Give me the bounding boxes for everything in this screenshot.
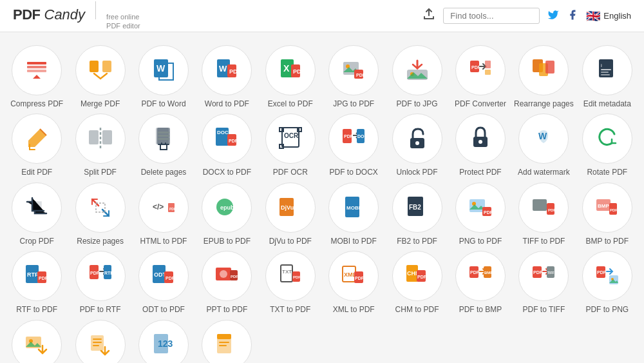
svg-point-96 bbox=[220, 270, 227, 278]
tool-rtf-to-pdf[interactable]: RTFPDFRTF to PDF bbox=[6, 251, 67, 314]
search-input[interactable] bbox=[443, 8, 540, 24]
language-label: English bbox=[603, 11, 631, 21]
tool-pdf-to-png[interactable]: PDFPDF to PNG bbox=[577, 251, 638, 314]
tool-icon-bmp-to-pdf: BMPPDF bbox=[582, 182, 632, 233]
tool-page-numbers[interactable]: 123Page numbers bbox=[133, 320, 194, 363]
tool-label-compress-pdf: Compress PDF bbox=[10, 99, 63, 108]
tool-jpg-to-pdf[interactable]: PDFJPG to PDF bbox=[323, 45, 384, 108]
tool-label-word-to-pdf: Word to PDF bbox=[205, 99, 249, 108]
svg-text:PDF: PDF bbox=[533, 270, 543, 275]
tool-edit-pdf[interactable]: Edit PDF bbox=[6, 113, 67, 177]
tool-pdf-to-bmp[interactable]: PDFBMPPDF to BMP bbox=[450, 251, 511, 314]
tools-grid: Compress PDFMerge PDFWPDF to WordWPDFWor… bbox=[6, 45, 638, 363]
tool-xml-to-pdf[interactable]: XMLPDFXML to PDF bbox=[323, 251, 384, 314]
svg-rect-27 bbox=[545, 61, 554, 74]
svg-rect-126 bbox=[93, 338, 102, 340]
tool-icon-rotate-pdf bbox=[582, 113, 632, 164]
tool-label-bmp-to-pdf: BMP to PDF bbox=[586, 237, 629, 246]
svg-text:BMP: BMP bbox=[484, 271, 493, 275]
tool-mobi-to-pdf[interactable]: MOBIMOBI to PDF bbox=[323, 182, 384, 246]
tool-label-docx-to-pdf: DOCX to PDF bbox=[203, 168, 251, 177]
tool-djvu-to-pdf[interactable]: DjVuDjVu to PDF bbox=[260, 182, 321, 246]
svg-rect-127 bbox=[93, 342, 102, 343]
tool-icon-delete-pages bbox=[138, 113, 189, 164]
svg-text:FB2: FB2 bbox=[409, 204, 421, 211]
tool-png-to-pdf[interactable]: PDFPNG to PDF bbox=[450, 182, 511, 246]
svg-text:123: 123 bbox=[158, 338, 173, 349]
facebook-icon[interactable] bbox=[567, 9, 578, 23]
tool-unlock-pdf[interactable]: Unlock PDF bbox=[386, 113, 447, 177]
tool-excel-to-pdf[interactable]: XPDFExcel to PDF bbox=[260, 45, 321, 108]
svg-text:</>: </> bbox=[153, 202, 164, 211]
tool-icon-mobi-to-pdf: MOBI bbox=[328, 182, 379, 233]
tool-pdf-to-tiff[interactable]: PDFTIFFPDF to TIFF bbox=[513, 251, 574, 314]
tool-extract-images[interactable]: Extract images bbox=[6, 320, 67, 363]
tool-pdf-to-word[interactable]: WPDF to Word bbox=[133, 45, 194, 108]
svg-text:RTF: RTF bbox=[27, 271, 39, 278]
tool-header-and[interactable]: Header and bbox=[196, 320, 257, 363]
tool-icon-pdf-converter: PDF bbox=[455, 45, 506, 95]
tool-label-pdf-ocr: PDF OCR bbox=[273, 168, 308, 177]
tool-crop-pdf[interactable]: Crop PDF bbox=[6, 182, 67, 246]
svg-text:PDF: PDF bbox=[293, 68, 304, 75]
svg-text:MOBI: MOBI bbox=[346, 205, 360, 211]
tool-delete-pages[interactable]: Delete pages bbox=[133, 113, 194, 177]
svg-rect-38 bbox=[158, 132, 169, 133]
tool-pdf-to-rtf[interactable]: PDFRTFPDF to RTF bbox=[70, 251, 130, 314]
tool-label-rtf-to-pdf: RTF to PDF bbox=[16, 305, 57, 314]
twitter-icon[interactable] bbox=[547, 9, 559, 23]
svg-text:PDF: PDF bbox=[417, 275, 427, 279]
svg-rect-35 bbox=[102, 130, 112, 144]
svg-rect-2 bbox=[27, 70, 46, 72]
tool-pdf-converter[interactable]: PDFPDF Converter bbox=[450, 45, 511, 108]
tool-pdf-to-jpg[interactable]: PDF to JPG bbox=[386, 45, 447, 108]
tool-rearrange-pages[interactable]: Rearrange pages bbox=[513, 45, 574, 108]
svg-text:BMP: BMP bbox=[598, 203, 609, 209]
tool-merge-pdf[interactable]: Merge PDF bbox=[70, 45, 130, 108]
tool-txt-to-pdf[interactable]: TXTPDFTXT to PDF bbox=[260, 251, 321, 314]
upload-icon[interactable] bbox=[422, 8, 435, 24]
tool-icon-pdf-to-docx: PDFDOC bbox=[328, 113, 379, 164]
tool-protect-pdf[interactable]: Protect PDF bbox=[450, 113, 511, 177]
tool-tiff-to-pdf[interactable]: PDFTIFF to PDF bbox=[513, 182, 574, 246]
tool-icon-djvu-to-pdf: DjVu bbox=[265, 182, 316, 233]
svg-text:PDF: PDF bbox=[356, 73, 366, 77]
tool-epub-to-pdf[interactable]: epubEPUB to PDF bbox=[196, 182, 257, 246]
tool-bmp-to-pdf[interactable]: BMPPDFBMP to PDF bbox=[577, 182, 638, 246]
tool-icon-html-to-pdf: </>PDF bbox=[138, 182, 189, 233]
tool-fb2-to-pdf[interactable]: FB2FB2 to PDF bbox=[386, 182, 447, 246]
tool-icon-split-pdf bbox=[75, 113, 126, 164]
svg-text:PDF: PDF bbox=[166, 276, 175, 280]
tool-label-pdf-to-word: PDF to Word bbox=[141, 99, 185, 108]
tool-rotate-pdf[interactable]: Rotate PDF bbox=[577, 113, 638, 177]
tool-compress-pdf[interactable]: Compress PDF bbox=[6, 45, 67, 108]
tool-label-txt-to-pdf: TXT to PDF bbox=[270, 305, 310, 314]
svg-rect-132 bbox=[217, 334, 231, 339]
tool-label-tiff-to-pdf: TIFF to PDF bbox=[522, 237, 565, 246]
svg-text:PDF: PDF bbox=[229, 68, 240, 75]
svg-text:PDF: PDF bbox=[231, 275, 238, 279]
language-selector[interactable]: 🇬🇧 English bbox=[586, 9, 631, 23]
tool-edit-metadata[interactable]: iEdit metadata bbox=[577, 45, 638, 108]
tool-pdf-ocr[interactable]: OCRPDF OCR bbox=[260, 113, 321, 177]
tool-ppt-to-pdf[interactable]: PDFPPT to PDF bbox=[196, 251, 257, 314]
tool-chm-to-pdf[interactable]: CHMPDFCHM to PDF bbox=[386, 251, 447, 314]
tool-add-watermark[interactable]: WAdd watermark bbox=[513, 113, 574, 177]
tool-icon-jpg-to-pdf: PDF bbox=[328, 45, 379, 95]
svg-rect-40 bbox=[158, 138, 169, 140]
svg-text:epub: epub bbox=[220, 204, 234, 211]
tool-label-chm-to-pdf: CHM to PDF bbox=[395, 305, 439, 314]
tool-pdf-to-docx[interactable]: PDFDOCPDF to DOCX bbox=[323, 113, 384, 177]
tool-word-to-pdf[interactable]: WPDFWord to PDF bbox=[196, 45, 257, 108]
svg-rect-3 bbox=[90, 61, 99, 72]
tool-docx-to-pdf[interactable]: DOCXPDFDOCX to PDF bbox=[196, 113, 257, 177]
svg-text:W: W bbox=[156, 63, 166, 74]
tool-resize-pages[interactable]: Resize pages bbox=[70, 182, 130, 246]
tool-label-png-to-pdf: PNG to PDF bbox=[459, 237, 502, 246]
tool-odt-to-pdf[interactable]: ODTPDFODT to PDF bbox=[133, 251, 194, 314]
tool-html-to-pdf[interactable]: </>PDFHTML to PDF bbox=[133, 182, 194, 246]
tool-icon-unlock-pdf bbox=[392, 113, 442, 164]
tool-extract-text[interactable]: Extract text bbox=[70, 320, 130, 363]
tool-split-pdf[interactable]: Split PDF bbox=[70, 113, 130, 177]
svg-text:PDF: PDF bbox=[610, 208, 618, 212]
